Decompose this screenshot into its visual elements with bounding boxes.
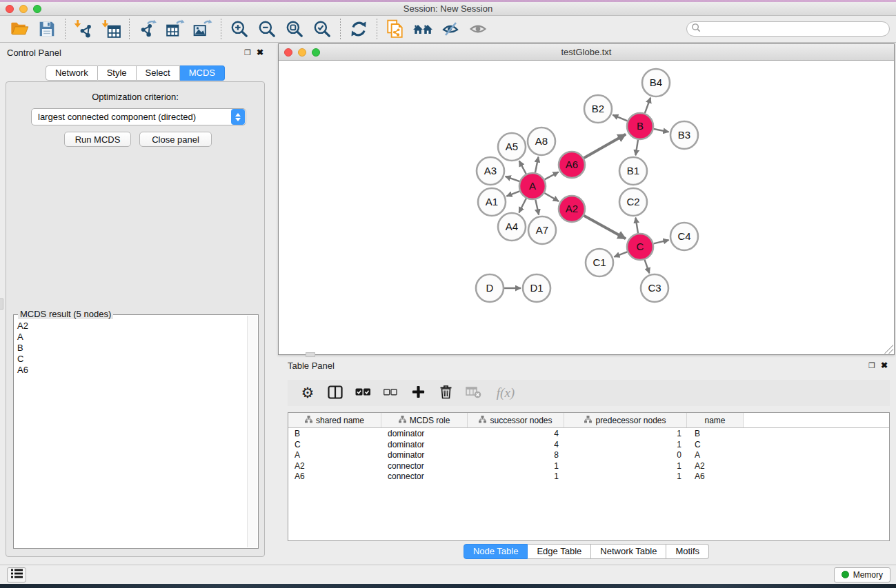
column-header-successor-nodes[interactable]: successor nodes <box>468 413 564 427</box>
edge-A-A3[interactable] <box>506 176 520 181</box>
edge-A-A4[interactable] <box>519 199 526 213</box>
edge-A-A5[interactable] <box>519 161 526 174</box>
edge-A-A8[interactable] <box>535 157 539 173</box>
node-A4[interactable]: A4 <box>498 213 526 241</box>
show-panels-button[interactable] <box>464 17 492 41</box>
mcds-result-item[interactable]: B <box>15 343 246 354</box>
zoom-fit-button[interactable] <box>281 17 308 41</box>
column-header-MCDS-role[interactable]: MCDS role <box>381 413 468 427</box>
run-mcds-button[interactable]: Run MCDS <box>64 132 131 147</box>
node-A[interactable]: A <box>519 173 546 199</box>
network-canvas[interactable]: AA1A2A3A4A5A6A7A8BB1B2B3B4CC1C2C3C4DD1 <box>279 61 894 354</box>
mcds-result-item[interactable]: A <box>15 332 246 343</box>
edge-B-B1[interactable] <box>636 140 639 156</box>
edge-B-B3[interactable] <box>654 129 669 132</box>
node-B3[interactable]: B3 <box>670 121 698 149</box>
refresh-button[interactable] <box>345 17 372 41</box>
save-session-button[interactable] <box>33 17 61 41</box>
import-table-button[interactable] <box>97 17 125 41</box>
mcds-result-scrollbar[interactable] <box>247 316 257 547</box>
node-D[interactable]: D <box>476 274 504 302</box>
edge-A-A1[interactable] <box>506 191 519 196</box>
help-home-button[interactable] <box>409 17 437 41</box>
delete-button[interactable] <box>437 383 455 403</box>
edge-B-B4[interactable] <box>645 98 650 114</box>
edge-C-C2[interactable] <box>636 218 639 234</box>
close-panel-icon[interactable]: ✖ <box>257 48 263 57</box>
node-A8[interactable]: A8 <box>528 128 555 155</box>
tab-edge-table[interactable]: Edge Table <box>528 544 591 559</box>
column-header-predecessor-nodes[interactable]: predecessor nodes <box>564 413 687 427</box>
node-C3[interactable]: C3 <box>641 274 668 302</box>
tab-style[interactable]: Style <box>98 65 137 81</box>
function-builder-button[interactable]: f(x) <box>492 383 519 403</box>
import-network-button[interactable] <box>70 17 97 41</box>
export-network-button[interactable] <box>134 17 161 41</box>
select-all-button[interactable] <box>354 383 372 403</box>
node-C2[interactable]: C2 <box>619 188 647 216</box>
node-A3[interactable]: A3 <box>477 157 504 185</box>
export-table-button[interactable] <box>161 17 189 41</box>
export-image-button[interactable] <box>189 17 217 41</box>
node-C[interactable]: C <box>627 234 653 260</box>
column-header-shared-name[interactable]: shared name <box>288 413 381 427</box>
tab-node-table[interactable]: Node Table <box>464 544 528 559</box>
node-D1[interactable]: D1 <box>523 274 550 302</box>
table-row[interactable]: Cdominator41C <box>288 439 889 450</box>
close-panel-button[interactable]: Close panel <box>139 132 212 147</box>
mcds-result-item[interactable]: C <box>15 354 246 365</box>
tab-motifs[interactable]: Motifs <box>666 544 709 559</box>
edge-A-A7[interactable] <box>535 200 539 215</box>
edge-B-B2[interactable] <box>613 115 627 121</box>
tab-network-table[interactable]: Network Table <box>591 544 666 559</box>
task-history-button[interactable] <box>7 567 26 582</box>
add-column-button[interactable] <box>409 383 427 403</box>
zoom-in-button[interactable] <box>226 17 253 41</box>
split-collapse-handle-left[interactable] <box>0 298 3 310</box>
node-A7[interactable]: A7 <box>528 216 556 244</box>
window-resize-grip[interactable] <box>884 345 893 354</box>
table-row[interactable]: Adominator80A <box>288 449 889 460</box>
node-A2[interactable]: A2 <box>559 196 585 222</box>
node-B[interactable]: B <box>627 113 653 139</box>
table-settings-button[interactable]: ⚙ <box>299 383 317 403</box>
tab-mcds[interactable]: MCDS <box>180 65 225 81</box>
table-row[interactable]: A6connector11A6 <box>288 471 889 482</box>
tab-network[interactable]: Network <box>46 65 98 81</box>
node-C1[interactable]: C1 <box>586 249 613 276</box>
node-B1[interactable]: B1 <box>619 157 647 185</box>
open-session-file-button[interactable] <box>381 17 409 41</box>
delete-table-button[interactable] <box>464 383 482 403</box>
hide-panels-button[interactable] <box>437 17 464 41</box>
edge-C-C1[interactable] <box>614 252 627 256</box>
zoom-selected-button[interactable] <box>308 17 336 41</box>
edge-C-C3[interactable] <box>645 260 650 273</box>
edge-A2-C[interactable] <box>584 216 626 239</box>
node-A1[interactable]: A1 <box>478 188 506 216</box>
float-table-panel-icon[interactable]: ❐ <box>868 361 875 370</box>
mcds-result-item[interactable]: A2 <box>15 321 246 332</box>
close-table-panel-icon[interactable]: ✖ <box>881 361 888 370</box>
edge-A-A6[interactable] <box>545 172 559 180</box>
node-B4[interactable]: B4 <box>642 69 670 97</box>
network-window-titlebar[interactable]: testGlobe.txt <box>279 44 894 61</box>
node-B2[interactable]: B2 <box>584 95 612 123</box>
show-columns-button[interactable] <box>326 383 344 403</box>
table-row[interactable]: Bdominator41B <box>288 428 889 439</box>
criterion-select[interactable]: largest connected component (directed) <box>31 108 246 125</box>
column-header-name[interactable]: name <box>687 413 744 427</box>
table-row[interactable]: A2connector11A2 <box>288 460 889 472</box>
edge-A6-B[interactable] <box>584 134 626 158</box>
edge-A-A2[interactable] <box>544 193 559 201</box>
open-file-button[interactable] <box>6 17 33 41</box>
edge-C-C4[interactable] <box>654 240 669 243</box>
zoom-out-button[interactable] <box>253 17 281 41</box>
mcds-result-item[interactable]: A6 <box>15 365 246 376</box>
node-C4[interactable]: C4 <box>670 223 698 250</box>
node-A6[interactable]: A6 <box>559 152 585 178</box>
float-panel-icon[interactable]: ❐ <box>244 48 251 57</box>
memory-button[interactable]: Memory <box>834 567 890 582</box>
node-A5[interactable]: A5 <box>498 133 526 161</box>
deselect-all-button[interactable] <box>381 383 399 403</box>
tab-select[interactable]: Select <box>137 65 180 81</box>
